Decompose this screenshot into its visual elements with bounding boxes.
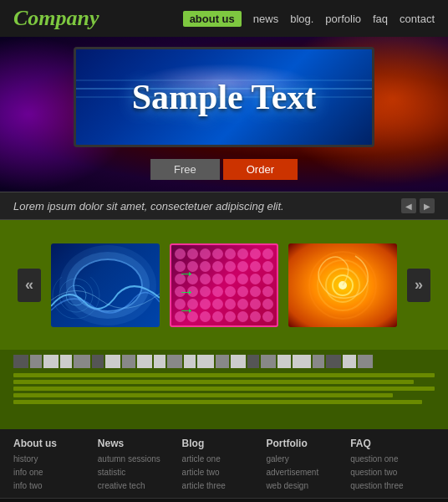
footer-link[interactable]: galery: [266, 453, 350, 466]
pixel-block: [74, 355, 90, 368]
dot-cell: [237, 248, 248, 259]
pixel-block: [13, 355, 28, 368]
nav-item-blog.[interactable]: blog.: [290, 13, 313, 25]
pixel-block: [313, 355, 324, 368]
nav-item-faq[interactable]: faq: [373, 13, 388, 25]
footer-link[interactable]: article three: [182, 479, 267, 493]
free-button[interactable]: Free: [150, 159, 220, 180]
dot-cell: [237, 261, 248, 272]
gallery-next[interactable]: »: [407, 269, 430, 302]
footer-link[interactable]: question three: [350, 479, 435, 493]
footer-col: Portfoliogaleryadvertisementweb design: [266, 438, 350, 493]
gallery-thumb-3[interactable]: [288, 243, 397, 327]
footer-col: Blogarticle onearticle twoarticle three: [182, 438, 267, 493]
pixel-block: [197, 355, 214, 368]
tagline-text: Lorem ipsum dolor sit amet, consectetuer…: [13, 200, 284, 213]
dot-cell: [225, 299, 236, 310]
text-line-4: [13, 393, 393, 397]
gallery-thumb-2[interactable]: → → →: [170, 243, 278, 327]
dot-cell: [200, 299, 211, 310]
pixel-block: [122, 355, 135, 368]
dot-cell: [262, 248, 273, 259]
pixel-block: [105, 355, 120, 368]
tagline-prev[interactable]: ◀: [401, 198, 416, 213]
text-line-5: [13, 400, 422, 404]
pixel-block: [326, 355, 341, 368]
dot-cell: [250, 248, 261, 259]
dot-cell: [250, 286, 261, 297]
pixel-block: [154, 355, 165, 368]
dot-cell: [262, 286, 273, 297]
footer-link[interactable]: question one: [350, 453, 435, 466]
dot-cell: [250, 299, 261, 310]
footer-link[interactable]: creative tech: [98, 479, 182, 493]
dot-cell: [237, 311, 248, 322]
footer-link[interactable]: article one: [182, 453, 267, 466]
dot-cell: [200, 261, 211, 272]
footer-link[interactable]: autumn sessions: [98, 453, 182, 466]
footer-col: FAQquestion onequestion twoquestion thre…: [350, 438, 435, 493]
content-section: [0, 350, 448, 429]
gallery-thumb-1[interactable]: [51, 243, 160, 327]
dot-cell: [212, 248, 223, 259]
nav-item-news[interactable]: news: [253, 13, 278, 25]
dot-cell: [250, 261, 261, 272]
pixel-block: [137, 355, 152, 368]
pixel-block: [30, 355, 42, 368]
footer-col-title: About us: [13, 438, 98, 449]
pixel-block: [167, 355, 182, 368]
dot-cell: [200, 286, 211, 297]
pixel-block: [231, 355, 246, 368]
text-line-1: [13, 373, 435, 377]
text-line-2: [13, 380, 414, 384]
hero-buttons: Free Order: [150, 159, 298, 180]
footer-link[interactable]: statistic: [98, 466, 182, 479]
footer-link[interactable]: article two: [182, 466, 267, 479]
nav-item-about-us[interactable]: about us: [183, 11, 242, 27]
pixel-block: [343, 355, 356, 368]
header: Company about usnewsblog.porfoliofaqcont…: [0, 0, 448, 37]
dot-cell: [200, 274, 211, 284]
footer-col: Newsautumn sessionsstatisticcreative tec…: [98, 438, 182, 493]
footer-links: About ushistoryinfo oneinfo twoNewsautum…: [0, 429, 448, 498]
dot-cell: [250, 274, 261, 284]
dot-cell: [175, 248, 186, 259]
dot-cell: [237, 286, 248, 297]
pixel-block: [358, 355, 373, 368]
footer-col: About ushistoryinfo oneinfo two: [13, 438, 98, 493]
footer-link[interactable]: web design: [266, 479, 350, 493]
hero-section: Sample Text Free Order: [0, 37, 448, 192]
footer-bottom: Copyright © 2010 Site company 🔍: [0, 498, 448, 502]
tagline-arrows: ◀ ▶: [401, 198, 435, 213]
footer-link[interactable]: question two: [350, 466, 435, 479]
pixel-block: [247, 355, 259, 368]
dot-cell: [262, 261, 273, 272]
dot-cell: [212, 311, 223, 322]
hero-title: Sample Text: [132, 77, 317, 117]
dot-cell: [262, 274, 273, 284]
order-button[interactable]: Order: [223, 159, 298, 180]
thumb2-arrow-mid: →: [178, 282, 195, 301]
gallery-prev[interactable]: «: [18, 269, 41, 302]
footer-link[interactable]: advertisement: [266, 466, 350, 479]
footer-link[interactable]: info one: [13, 466, 98, 479]
dot-cell: [225, 248, 236, 259]
dot-cell: [237, 299, 248, 310]
dot-cell: [237, 274, 248, 284]
logo[interactable]: Company: [13, 6, 99, 31]
nav-item-porfolio[interactable]: porfolio: [325, 13, 361, 25]
footer-link[interactable]: history: [13, 453, 98, 466]
footer-link[interactable]: info two: [13, 479, 98, 493]
dot-cell: [250, 311, 261, 322]
thumb2-arrow-top: →: [178, 264, 195, 283]
dot-cell: [262, 311, 273, 322]
pixel-block: [216, 355, 229, 368]
dot-cell: [187, 248, 198, 259]
text-lines: [13, 373, 435, 404]
dot-cell: [212, 261, 223, 272]
text-line-3: [13, 387, 435, 391]
dot-cell: [200, 311, 211, 322]
gallery-section: « → → →: [0, 220, 448, 350]
tagline-next[interactable]: ▶: [420, 198, 435, 213]
nav-item-contact[interactable]: contact: [400, 13, 435, 25]
